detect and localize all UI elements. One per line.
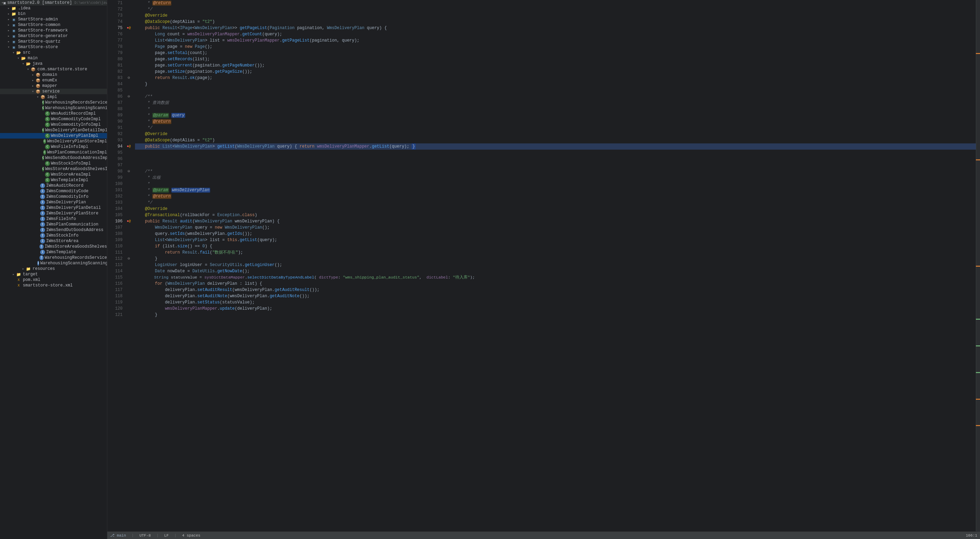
tree-root[interactable]: ▾ ▣ smartstore2.0 [smartstore] D:\work\c… [0, 0, 107, 6]
sidebar-item-IWmsCommodityInfo[interactable]: ▸ I IWmsCommodityInfo [0, 194, 107, 199]
sidebar-item-smartstore-generator[interactable]: ▸ ▣ SmartStore-generator [0, 33, 107, 39]
root-label: smartstore2.0 [smartstore] D:\work\code\… [7, 0, 107, 5]
code-line-120: wmsDeliveryPlanMapper.update(deliveryPla… [135, 306, 976, 312]
bookmark-icon-75[interactable]: @ [129, 25, 130, 31]
sidebar-item-IWmsStoreAreaGoodsShelves[interactable]: ▸ I IWmsStoreAreaGoodsShelves [0, 244, 107, 249]
sidebar-item-WarehousingRecordsService[interactable]: ▸ I WarehousingRecordsService [0, 255, 107, 260]
fold-icon-112[interactable]: ⊖ [127, 256, 130, 262]
gutter-77 [125, 37, 132, 44]
sidebar-item-WmsCommodityCodeImpl[interactable]: ▸ C WmsCommodityCodeImpl [0, 116, 107, 122]
sidebar-item-java[interactable]: ▾ 📂 java [0, 61, 107, 67]
right-scrollbar[interactable] [976, 0, 980, 531]
sidebar-item-WmsCommodityInfoImpl[interactable]: ▸ C WmsCommodityInfoImpl [0, 122, 107, 128]
gutter-120 [125, 306, 132, 312]
sidebar-label: IWmsFileInfo [46, 217, 76, 222]
interface-icon: I [40, 244, 44, 249]
sidebar-item-WmsPlanCommunicationImpl[interactable]: ▸ C WmsPlanCommunicationImpl [0, 150, 107, 155]
sidebar-item-IWmsFileInfo[interactable]: ▸ I IWmsFileInfo [0, 216, 107, 222]
sidebar-item-IWmsDeliveryPlan[interactable]: ▸ I IWmsDeliveryPlan [0, 199, 107, 205]
sidebar-item-WmsAuditRecordImpl[interactable]: ▸ C WmsAuditRecordImpl [0, 111, 107, 116]
sidebar-item-WarehousingScanning[interactable]: ▸ C WarehousingScanningScanningCodeServi… [0, 105, 107, 111]
sidebar-item-bin[interactable]: ▸ 📁 bin [0, 11, 107, 17]
sidebar-item-WmsStoreAreaGoodsShelvesImpl[interactable]: ▸ C WmsStoreAreaGoodsShelvesImpl [0, 166, 107, 172]
sidebar-item-IWmsPlanCommunication[interactable]: ▸ I IWmsPlanCommunication [0, 222, 107, 227]
package-icon: 📦 [40, 95, 46, 99]
java-file-icon: C [45, 172, 50, 177]
sidebar-item-package-root[interactable]: ▾ 📦 com.smartstore.store [0, 67, 107, 72]
sidebar-label: WmsPlanCommunicationImpl [47, 150, 107, 155]
sidebar-item-domain[interactable]: ▸ 📦 domain [0, 72, 107, 78]
sidebar-item-smartstore-common[interactable]: ▸ ▣ SmartStore-common [0, 22, 107, 28]
sidebar-item-WmsFileInfoImpl[interactable]: ▸ C WmsFileInfoImpl [0, 144, 107, 150]
sidebar-item-smartstore-admin[interactable]: ▸ ▣ SmartStore-admin [0, 17, 107, 22]
code-line-85 [135, 87, 976, 94]
package-icon: 📦 [35, 73, 41, 77]
sidebar-item-WmsStockInfoImpl[interactable]: ▸ C WmsStockInfoImpl [0, 161, 107, 166]
sidebar-item-impl[interactable]: ▾ 📦 impl [0, 94, 107, 100]
sidebar-item-IWmsTemplate[interactable]: ▸ I IWmsTemplate [0, 249, 107, 255]
fold-icon-86[interactable]: ⊖ [127, 94, 130, 100]
line-num-73: 73 [107, 13, 123, 19]
sidebar-item-smartstore-quartz[interactable]: ▸ ▣ SmartStore-quartz [0, 39, 107, 44]
sidebar-item-IWmsSendOutGoodsAddress[interactable]: ▸ I IWmsSendOutGoodsAddress [0, 227, 107, 233]
gutter-71 [125, 0, 132, 6]
code-line-89: * @param query [135, 112, 976, 118]
line-num-118: 118 [107, 293, 123, 299]
sidebar-item-target[interactable]: ▸ 📁 target [0, 271, 107, 277]
sidebar-label: WarehousingRecordsServiceImpl [45, 100, 107, 105]
fold-icon-98[interactable]: ⊖ [127, 168, 130, 175]
bookmark-icon-94[interactable]: @ [129, 144, 130, 150]
sidebar-item-smartstore-xml[interactable]: ▸ X smartstore-store.xml [0, 283, 107, 288]
sidebar-item-src[interactable]: ▾ 📂 src [0, 50, 107, 56]
sidebar-item-smartstore-store[interactable]: ▾ ▣ SmartStore-store [0, 44, 107, 50]
sidebar-item-WmsSendOutGoodsAddressImpl[interactable]: ▸ C WmsSendOutGoodsAddressImpl [0, 155, 107, 161]
sidebar-item-IWmsStockInfo[interactable]: ▸ I IWmsStockInfo [0, 233, 107, 238]
sidebar-item-WarehousingRecordsServiceImpl[interactable]: ▸ C WarehousingRecordsServiceImpl [0, 100, 107, 105]
code-line-101: * @param wmsDeliveryPlan [135, 187, 976, 193]
bookmark-icon-106[interactable]: @ [129, 218, 130, 225]
line-num-71: 71 [107, 0, 123, 6]
sidebar-item-IWmsDeliveryPlanStore[interactable]: ▸ I IWmsDeliveryPlanStore [0, 210, 107, 216]
line-num-112: 112 [107, 256, 123, 262]
line-num-87: 87 [107, 100, 123, 106]
java-file-icon: C [45, 111, 50, 116]
code-line-110: if (list.size() == 0) { [135, 243, 976, 249]
sidebar-item-WmsTemplateImpl[interactable]: ▸ C WmsTemplateImpl [0, 177, 107, 183]
sidebar-item-WmsDeliveryPlanDetailImpl[interactable]: ▸ C WmsDeliveryPlanDetailImpl [0, 128, 107, 133]
scroll-marker-8 [976, 425, 980, 426]
line-numbers: 71 72 73 74 75 76 77 78 79 80 81 82 83 8… [107, 0, 125, 531]
gutter-118 [125, 293, 132, 299]
sidebar-item-IWmsDeliveryPlanDetail[interactable]: ▸ I IWmsDeliveryPlanDetail [0, 205, 107, 210]
sidebar-item-service[interactable]: ▾ 📦 service [0, 89, 107, 94]
sidebar-item-pom-xml[interactable]: ▸ X pom.xml [0, 277, 107, 283]
sidebar-label: WmsStoreAreaGoodsShelvesImpl [45, 167, 107, 171]
code-line-93: @DataScope(deptAlias = "t2") [135, 137, 976, 144]
code-editor[interactable]: 71 72 73 74 75 76 77 78 79 80 81 82 83 8… [107, 0, 980, 539]
code-editor-content[interactable]: * @return */ @Override @DataScope(deptAl… [132, 0, 976, 531]
code-area[interactable]: 71 72 73 74 75 76 77 78 79 80 81 82 83 8… [107, 0, 980, 531]
sidebar-item-enumEx[interactable]: ▸ 📦 enumEx [0, 78, 107, 83]
sidebar-item-main[interactable]: ▾ 📂 main [0, 56, 107, 61]
sidebar-item-WmsDeliveryPlanStoreImpl[interactable]: ▸ C WmsDeliveryPlanStoreImpl [0, 139, 107, 144]
sidebar-item-IWmsAuditRecord[interactable]: ▸ I IWmsAuditRecord [0, 183, 107, 188]
gutter-104 [125, 206, 132, 212]
scroll-marker-4 [976, 319, 980, 320]
line-num-99: 99 [107, 175, 123, 181]
java-file-icon: C [45, 144, 50, 149]
code-line-74: @DataScope(deptAlias = "t2") [135, 19, 976, 25]
sidebar-label: IWmsAuditRecord [46, 183, 83, 188]
sidebar-item-WmsDeliveryPlanImpl[interactable]: ▸ C WmsDeliveryPlanImpl [0, 133, 107, 139]
line-num-93: 93 [107, 137, 123, 144]
sidebar-item-WmsStoreAreaImpl[interactable]: ▸ C WmsStoreAreaImpl [0, 172, 107, 177]
sidebar-item-IWmsStoreArea[interactable]: ▸ I IWmsStoreArea [0, 238, 107, 244]
sidebar-item-idea[interactable]: ▸ 📁 .idea [0, 6, 107, 11]
sidebar-item-WarehousingScanningScanningCodeService[interactable]: ▸ I WarehousingScanningScanningCodeServi… [0, 260, 107, 266]
java-file-icon: C [45, 122, 50, 127]
line-num-120: 120 [107, 306, 123, 312]
sidebar-item-smartstore-framework[interactable]: ▸ ▣ SmartStore-framework [0, 28, 107, 33]
sidebar-item-IWmsCommodityCode[interactable]: ▸ I IWmsCommodityCode [0, 188, 107, 194]
fold-icon-83[interactable]: ⊖ [127, 75, 130, 81]
sidebar-item-mapper[interactable]: ▸ 📦 mapper [0, 83, 107, 89]
file-tree[interactable]: ▾ ▣ smartstore2.0 [smartstore] D:\work\c… [0, 0, 107, 539]
sidebar-item-resources[interactable]: ▸ 📁 resources [0, 266, 107, 271]
